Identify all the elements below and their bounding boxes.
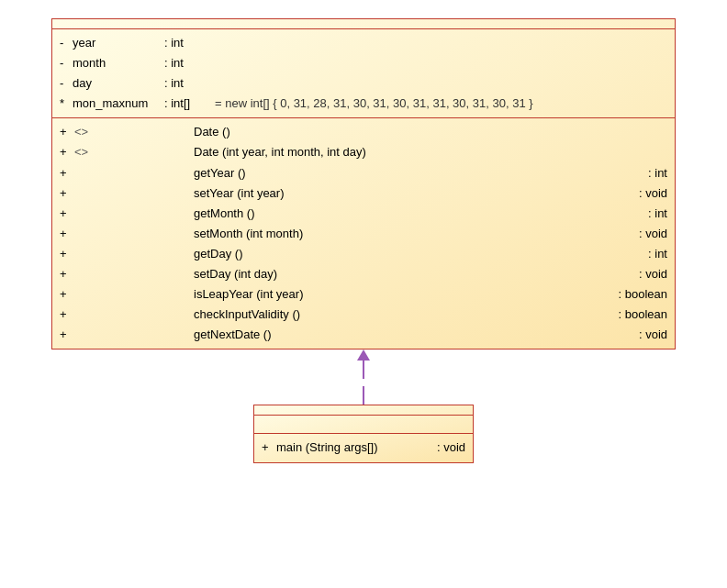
field-vis: * [60, 94, 73, 114]
method-row: + getYear () : int [60, 163, 667, 183]
method-type: : void [621, 183, 667, 204]
method-name: Date () [194, 122, 667, 142]
method-row: + getNextDate () : void [60, 325, 667, 345]
method-name: setYear (int year) [194, 183, 621, 204]
field-vis: - [60, 53, 73, 73]
method-row: + <> Date () [60, 122, 667, 142]
field-type: : int[] [164, 94, 215, 114]
date-class-box: - year : int - month : int - day : int *… [51, 18, 676, 349]
method-type: : int [630, 244, 667, 264]
main-class-title [254, 405, 473, 416]
main-class-box: + main (String args[]) : void [253, 405, 474, 462]
diagram-container: - year : int - month : int - day : int *… [19, 18, 708, 463]
arrow-head [357, 349, 370, 361]
main-class-methods: + main (String args[]) : void [254, 434, 473, 461]
method-vis: + [60, 142, 74, 162]
main-method-row: + main (String args[]) : void [262, 438, 465, 458]
method-stereo: <> [74, 122, 194, 142]
method-vis: + [60, 244, 74, 264]
main-method-name: main (String args[]) [276, 438, 428, 458]
date-class-fields: - year : int - month : int - day : int *… [52, 29, 675, 118]
method-name: Date (int year, int month, int day) [194, 142, 667, 162]
method-row: + getMonth () : int [60, 204, 667, 224]
method-name: setMonth (int month) [194, 224, 621, 244]
field-vis: - [60, 73, 73, 94]
method-name: getMonth () [194, 204, 630, 224]
field-name: month [73, 53, 164, 73]
method-type: : int [630, 163, 667, 183]
method-row: + <> Date (int year, int month, int day) [60, 142, 667, 162]
date-class-title [52, 19, 675, 29]
main-method-vis: + [262, 438, 276, 458]
method-row: + setDay (int day) : void [60, 264, 667, 284]
method-vis: + [60, 224, 74, 244]
method-vis: + [60, 325, 74, 345]
field-name: day [73, 73, 164, 94]
method-row: + getDay () : int [60, 244, 667, 264]
field-row: - day : int [60, 73, 667, 94]
method-vis: + [60, 204, 74, 224]
main-method-type: : void [428, 438, 465, 458]
field-row: - month : int [60, 53, 667, 73]
method-row: + checkInputValidity () : boolean [60, 305, 667, 325]
method-vis: + [60, 305, 74, 325]
arrow-line-top [363, 361, 364, 379]
method-vis: + [60, 122, 74, 142]
method-row: + isLeapYear (int year) : boolean [60, 284, 667, 305]
method-vis: + [60, 284, 74, 305]
method-type: : boolean [600, 305, 668, 325]
field-type: : int [164, 73, 215, 94]
method-name: setDay (int day) [194, 264, 621, 284]
field-row: * mon_maxnum : int[] = new int[] { 0, 31… [60, 94, 667, 114]
method-vis: + [60, 264, 74, 284]
field-type: : int [164, 33, 215, 53]
field-name: mon_maxnum [73, 94, 164, 114]
field-default: = new int[] { 0, 31, 28, 31, 30, 31, 30,… [215, 94, 533, 114]
method-name: getNextDate () [194, 325, 621, 345]
field-vis: - [60, 33, 73, 53]
field-name: year [73, 33, 164, 53]
method-stereo: <> [74, 142, 194, 162]
method-name: checkInputValidity () [194, 305, 600, 325]
method-name: getYear () [194, 163, 630, 183]
inheritance-arrow [357, 349, 370, 405]
field-type: : int [164, 53, 215, 73]
date-class-methods: + <> Date () + <> Date (int year, int mo… [52, 118, 675, 349]
field-row: - year : int [60, 33, 667, 53]
method-type: : boolean [600, 284, 668, 305]
method-vis: + [60, 183, 74, 204]
method-vis: + [60, 163, 74, 183]
method-name: isLeapYear (int year) [194, 284, 600, 305]
method-name: getDay () [194, 244, 630, 264]
method-type: : void [621, 325, 667, 345]
method-row: + setYear (int year) : void [60, 183, 667, 204]
arrow-line-bottom [363, 386, 364, 405]
main-class-fields [254, 416, 473, 434]
method-type: : void [621, 224, 667, 244]
method-type: : void [621, 264, 667, 284]
method-type: : int [630, 204, 667, 224]
method-row: + setMonth (int month) : void [60, 224, 667, 244]
